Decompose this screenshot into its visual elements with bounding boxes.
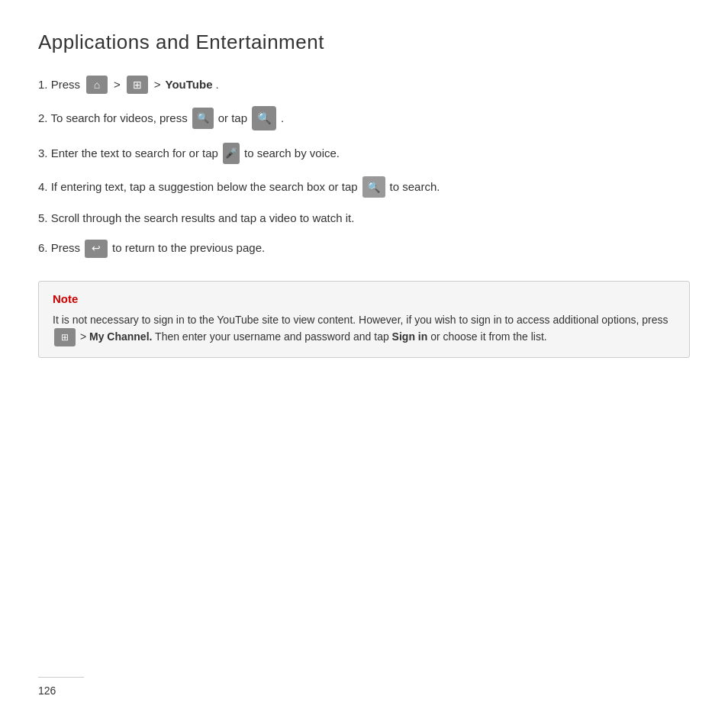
step-4: 4. If entering text, tap a suggestion be… <box>38 176 690 198</box>
page-number: 126 <box>38 685 56 697</box>
step-1-gt2: > <box>154 76 161 94</box>
step-6-text-before: 6. Press <box>38 240 80 257</box>
step-1-gt1: > <box>114 76 121 94</box>
note-text-before: It is not necessary to sign in to the Yo… <box>53 314 668 326</box>
grid-icon <box>127 76 148 94</box>
step-1-youtube: YouTube <box>166 76 213 94</box>
note-menu-icon <box>54 328 76 346</box>
page-footer: 126 <box>38 677 84 697</box>
mic-icon <box>223 143 240 164</box>
step-2-period: . <box>281 110 284 127</box>
step-3: 3. Enter the text to search for or tap t… <box>38 143 690 164</box>
note-text: It is not necessary to sign in to the Yo… <box>53 311 675 347</box>
step-4-text-after: to search. <box>390 179 440 196</box>
step-1-number: 1. Press <box>38 76 80 94</box>
note-box: Note It is not necessary to sign in to t… <box>38 281 690 359</box>
steps-list: 1. Press > > YouTube . 2. To search for … <box>38 76 690 258</box>
page-title: Applications and Entertainment <box>38 31 690 54</box>
home-icon <box>86 76 108 94</box>
step-5-text: 5. Scroll through the search results and… <box>38 210 354 227</box>
search-large-icon <box>252 106 276 130</box>
step-2-or-tap: or tap <box>218 110 247 127</box>
step-1-period: . <box>216 76 219 94</box>
step-5: 5. Scroll through the search results and… <box>38 210 690 227</box>
step-1: 1. Press > > YouTube . <box>38 76 690 94</box>
back-icon <box>85 240 108 258</box>
note-title: Note <box>53 292 675 305</box>
step-3-text-before: 3. Enter the text to search for or tap <box>38 145 218 163</box>
step-3-text-after: to search by voice. <box>244 145 340 163</box>
search-small-icon <box>192 108 214 129</box>
page-content: Applications and Entertainment 1. Press … <box>0 0 728 388</box>
step-4-text-before: 4. If entering text, tap a suggestion be… <box>38 179 358 196</box>
step-6: 6. Press to return to the previous page. <box>38 240 690 258</box>
note-text-middle: > My Channel. Then enter your username a… <box>80 330 547 343</box>
search-mag-icon <box>362 176 385 198</box>
step-2: 2. To search for videos, press or tap . <box>38 106 690 130</box>
step-2-text-before: 2. To search for videos, press <box>38 110 188 127</box>
step-6-text-after: to return to the previous page. <box>112 240 265 257</box>
